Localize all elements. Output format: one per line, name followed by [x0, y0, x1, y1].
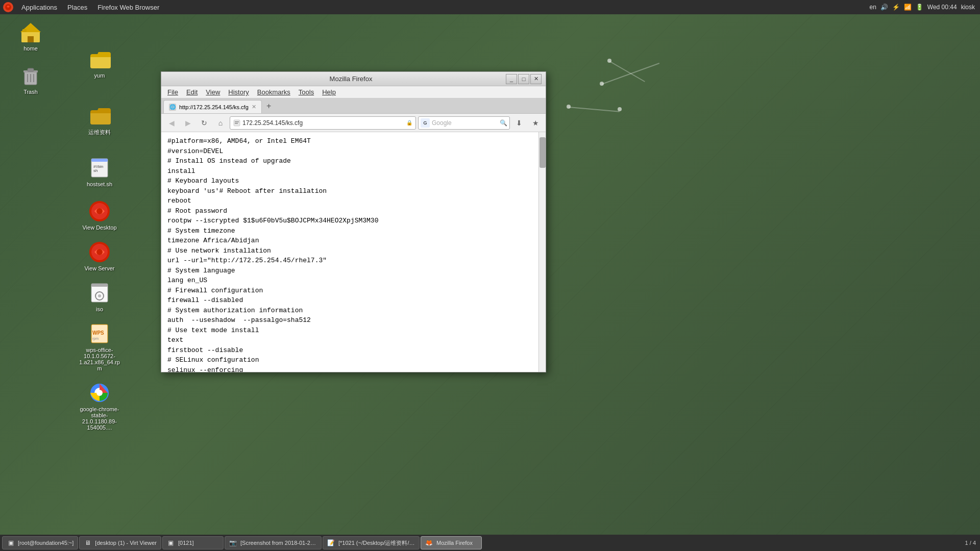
taskbar-0121[interactable]: ▣ [0121]	[162, 536, 224, 549]
menu-view[interactable]: View	[202, 87, 224, 97]
svg-point-17	[96, 208, 103, 214]
download-button[interactable]: ⬇	[512, 116, 526, 130]
desktop-icon-yum[interactable]: yum	[79, 45, 120, 81]
taskbar-gedit[interactable]: 📝 [*1021 (~/Desktop/运维资料/01...	[323, 536, 420, 549]
content-area[interactable]: #platform=x86, AMD64, or Intel EM64T #ve…	[161, 132, 538, 372]
network-icon[interactable]: 📶	[904, 4, 912, 11]
desktop-icons-col2: yum 运维资料 #!/bin sh hostset.s	[79, 45, 120, 433]
back-button[interactable]: ◀	[164, 116, 179, 130]
taskbar-virt[interactable]: 🖥 [desktop (1) - Virt Viewer	[79, 536, 161, 549]
svg-text:sh: sh	[93, 168, 97, 173]
menu-tools[interactable]: Tools	[295, 87, 318, 97]
taskbar-terminal[interactable]: ▣ [root@foundation45:~]	[2, 536, 78, 549]
active-tab[interactable]: 🌐 http://172.25.254.145/ks.cfg ✕	[163, 100, 262, 113]
location-bar[interactable]: 172.25.254.145/ks.cfg 🔒	[230, 116, 416, 130]
hostset-icon: #!/bin sh	[87, 156, 112, 180]
screenshot-icon: 📷	[229, 539, 237, 547]
bluetooth-icon[interactable]: ⚡	[892, 4, 900, 11]
scrollbar-track	[538, 132, 546, 372]
chrome-icon	[87, 381, 112, 405]
scrollbar-thumb[interactable]	[540, 137, 546, 168]
chrome-icon-label: google-chrome-stable-21.0.1180.89-154005…	[79, 406, 120, 431]
text-editor-icon: 📝	[327, 539, 335, 547]
yum-icon-label: yum	[79, 72, 120, 79]
firefox-titlebar[interactable]: Mozilla Firefox _ □ ✕	[161, 72, 546, 86]
desktop-icon-viewdesktop[interactable]: View Desktop	[79, 197, 120, 233]
new-tab-button[interactable]: +	[263, 100, 275, 112]
viewdesktop-icon-label: View Desktop	[79, 224, 120, 231]
svg-rect-22	[91, 284, 108, 287]
desktop-icon-trash[interactable]: Trash	[10, 61, 51, 97]
svg-point-24	[98, 294, 101, 297]
applications-menu[interactable]: Applications	[17, 3, 61, 12]
lang-indicator: en	[869, 4, 876, 11]
user-label[interactable]: kiosk	[961, 4, 975, 11]
viewdesktop-icon	[87, 199, 112, 223]
menu-help[interactable]: Help	[318, 87, 340, 97]
svg-text:WPS: WPS	[92, 330, 104, 336]
window-controls: _ □ ✕	[506, 74, 542, 84]
svg-rect-3	[28, 36, 34, 42]
desktop-icon-viewserver[interactable]: View Server	[79, 238, 120, 273]
taskbar-firefox[interactable]: 🦊 Mozilla Firefox	[421, 536, 482, 549]
battery-icon[interactable]: 🔋	[916, 4, 923, 11]
trash-icon-label: Trash	[10, 89, 51, 95]
search-go-button[interactable]: 🔍	[500, 119, 507, 127]
virt-icon: 🖥	[84, 539, 92, 547]
menu-file[interactable]: File	[163, 87, 182, 97]
desktop-icon-chrome[interactable]: google-chrome-stable-21.0.1180.89-154005…	[79, 379, 120, 433]
firefox-tabbar: 🌐 http://172.25.254.145/ks.cfg ✕ +	[161, 98, 546, 114]
yum-folder-icon	[87, 47, 112, 71]
volume-icon[interactable]: 🔊	[880, 4, 888, 11]
iso-icon-label: iso	[79, 306, 120, 312]
bookmark-button[interactable]: ★	[528, 116, 543, 130]
wps-icon: WPS rpm	[87, 321, 112, 346]
deco-line	[602, 63, 659, 85]
minimize-button[interactable]: _	[506, 74, 517, 84]
taskbar-terminal-label: [root@foundation45:~]	[18, 540, 74, 546]
taskbar-screenshot[interactable]: 📷 [Screenshot from 2018-01-21 ...	[225, 536, 322, 549]
deco-line	[569, 107, 620, 112]
refresh-button[interactable]: ↻	[197, 116, 211, 130]
home-button[interactable]: ⌂	[213, 116, 228, 130]
places-menu[interactable]: Places	[63, 3, 91, 12]
tab-label: http://172.25.254.145/ks.cfg	[179, 104, 249, 110]
svg-point-20	[96, 249, 103, 255]
search-input[interactable]: Google	[432, 119, 498, 127]
tab-close[interactable]: ✕	[252, 104, 256, 110]
menu-bookmarks[interactable]: Bookmarks	[253, 87, 295, 97]
svg-rect-32	[235, 121, 239, 122]
close-button[interactable]: ✕	[530, 74, 542, 84]
terminal2-icon: ▣	[167, 539, 175, 547]
yunwei-icon-label: 运维资料	[79, 129, 120, 136]
svg-rect-4	[22, 29, 27, 32]
firefox-content: #platform=x86, AMD64, or Intel EM64T #ve…	[161, 132, 546, 372]
taskbar: ▣ [root@foundation45:~] 🖥 [desktop (1) -…	[0, 535, 980, 551]
search-bar[interactable]: G Google 🔍	[418, 116, 510, 130]
deco-node	[618, 107, 622, 111]
svg-rect-7	[28, 68, 34, 71]
desktop-icon-iso[interactable]: iso	[79, 279, 120, 314]
workspace-indicator: 1 / 4	[965, 540, 976, 546]
svg-rect-33	[235, 123, 238, 124]
desktop-icon-home[interactable]: home	[10, 18, 51, 54]
desktop-icon-hostset[interactable]: #!/bin sh hostset.sh	[79, 154, 120, 189]
terminal-icon: ▣	[7, 539, 15, 547]
menu-edit[interactable]: Edit	[182, 87, 202, 97]
deco-node	[600, 82, 604, 86]
home-icon	[18, 20, 43, 44]
forward-button[interactable]: ▶	[181, 116, 195, 130]
firefox-navbar: ◀ ▶ ↻ ⌂ 172.25.254.145/ks.cfg 🔒 G Google…	[161, 114, 546, 132]
trash-icon	[18, 63, 43, 88]
search-engine-icon: G	[421, 118, 430, 128]
taskbar-screenshot-label: [Screenshot from 2018-01-21 ...	[240, 540, 317, 546]
maximize-button[interactable]: □	[518, 74, 529, 84]
desktop-icon-wps[interactable]: WPS rpm wps-office-10.1.0.5672-1.a21.x86…	[79, 319, 120, 373]
desktop-icon-yunwei[interactable]: 运维资料	[79, 101, 120, 138]
home-icon-label: home	[10, 45, 51, 52]
deco-node	[567, 105, 571, 109]
menu-history[interactable]: History	[224, 87, 253, 97]
viewserver-icon-label: View Server	[79, 265, 120, 271]
iso-icon	[87, 281, 112, 305]
browser-menu[interactable]: Firefox Web Browser	[93, 3, 163, 12]
